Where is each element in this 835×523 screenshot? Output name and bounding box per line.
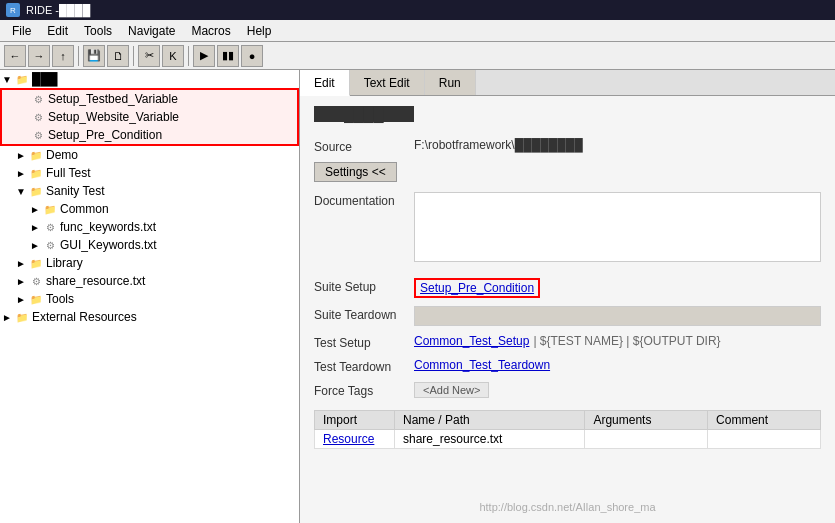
menu-edit[interactable]: Edit bbox=[39, 22, 76, 40]
precondition-label: Setup_Pre_Condition bbox=[48, 128, 162, 142]
import-namepath-0: share_resource.txt bbox=[395, 430, 585, 449]
tools-toggle[interactable]: ► bbox=[14, 292, 28, 306]
testbed-toggle[interactable] bbox=[16, 92, 30, 106]
suite-teardown-input[interactable] bbox=[414, 306, 821, 326]
import-comment-0 bbox=[708, 430, 821, 449]
test-setup-label: Test Setup bbox=[314, 334, 414, 350]
tree-item-setup-website[interactable]: ⚙ Setup_Website_Variable bbox=[2, 108, 297, 126]
root-icon: 📁 bbox=[14, 71, 30, 87]
test-teardown-label: Test Teardown bbox=[314, 358, 414, 374]
library-toggle[interactable]: ► bbox=[14, 256, 28, 270]
test-setup-value: Common_Test_Setup | ${TEST NAME} | ${OUT… bbox=[414, 334, 821, 348]
left-panel: ▼ 📁 ███ ⚙ Setup_Testbed_Variable ⚙ Setup… bbox=[0, 70, 300, 523]
website-icon: ⚙ bbox=[30, 109, 46, 125]
tree-item-share-resource[interactable]: ► ⚙ share_resource.txt bbox=[0, 272, 299, 290]
documentation-area[interactable] bbox=[414, 192, 821, 262]
tree-item-setup-testbed[interactable]: ⚙ Setup_Testbed_Variable bbox=[2, 90, 297, 108]
import-row: Import Name / Path Arguments Comment Res… bbox=[314, 406, 821, 449]
menu-tools[interactable]: Tools bbox=[76, 22, 120, 40]
menu-navigate[interactable]: Navigate bbox=[120, 22, 183, 40]
import-col-comment: Comment bbox=[708, 411, 821, 430]
tabs: Edit Text Edit Run bbox=[300, 70, 835, 96]
func-icon: ⚙ bbox=[42, 219, 58, 235]
highlighted-group: ⚙ Setup_Testbed_Variable ⚙ Setup_Website… bbox=[0, 88, 299, 146]
tree-item-library[interactable]: ► 📁 Library bbox=[0, 254, 299, 272]
tree-item-func-keywords[interactable]: ► ⚙ func_keywords.txt bbox=[0, 218, 299, 236]
app-icon: R bbox=[6, 3, 20, 17]
separator-2 bbox=[133, 46, 134, 66]
tab-run[interactable]: Run bbox=[425, 70, 476, 95]
test-setup-args: | ${TEST NAME} | ${OUTPUT DIR} bbox=[533, 334, 720, 348]
demo-toggle[interactable]: ► bbox=[14, 148, 28, 162]
share-label: share_resource.txt bbox=[46, 274, 145, 288]
main-layout: ▼ 📁 ███ ⚙ Setup_Testbed_Variable ⚙ Setup… bbox=[0, 70, 835, 523]
test-teardown-link[interactable]: Common_Test_Teardown bbox=[414, 358, 550, 372]
tools-label: Tools bbox=[46, 292, 74, 306]
pause-button[interactable]: ▮▮ bbox=[217, 45, 239, 67]
fulltest-toggle[interactable]: ► bbox=[14, 166, 28, 180]
up-button[interactable]: ↑ bbox=[52, 45, 74, 67]
title-bar: R RIDE - ████ bbox=[0, 0, 835, 20]
common-label: Common bbox=[60, 202, 109, 216]
save-button[interactable]: 💾 bbox=[83, 45, 105, 67]
gui-label: GUI_Keywords.txt bbox=[60, 238, 157, 252]
documentation-label: Documentation bbox=[314, 192, 414, 208]
separator-3 bbox=[188, 46, 189, 66]
tree-item-common[interactable]: ► 📁 Common bbox=[0, 200, 299, 218]
import-col-type: Import bbox=[315, 411, 395, 430]
common-toggle[interactable]: ► bbox=[28, 202, 42, 216]
test-setup-link[interactable]: Common_Test_Setup bbox=[414, 334, 529, 348]
precondition-toggle[interactable] bbox=[16, 128, 30, 142]
force-tags-row: Force Tags <Add New> bbox=[314, 382, 821, 398]
menu-bar: File Edit Tools Navigate Macros Help bbox=[0, 20, 835, 42]
force-tags-label: Force Tags bbox=[314, 382, 414, 398]
title-text: RIDE - bbox=[26, 4, 59, 16]
tree-root[interactable]: ▼ 📁 ███ bbox=[0, 70, 299, 88]
menu-macros[interactable]: Macros bbox=[183, 22, 238, 40]
forward-button[interactable]: → bbox=[28, 45, 50, 67]
suite-teardown-row: Suite Teardown bbox=[314, 306, 821, 326]
tab-textedit[interactable]: Text Edit bbox=[350, 70, 425, 95]
stop-button[interactable]: ● bbox=[241, 45, 263, 67]
import-type-0[interactable]: Resource bbox=[315, 430, 395, 449]
suite-setup-link[interactable]: Setup_Pre_Condition bbox=[420, 281, 534, 295]
tree-item-setup-precondition[interactable]: ⚙ Setup_Pre_Condition bbox=[2, 126, 297, 144]
cut-button[interactable]: ✂ bbox=[138, 45, 160, 67]
func-toggle[interactable]: ► bbox=[28, 220, 42, 234]
run-button[interactable]: ▶ bbox=[193, 45, 215, 67]
gui-icon: ⚙ bbox=[42, 237, 58, 253]
website-toggle[interactable] bbox=[16, 110, 30, 124]
sanitytest-toggle[interactable]: ▼ bbox=[14, 184, 28, 198]
demo-icon: 📁 bbox=[28, 147, 44, 163]
import-row-0: Resource share_resource.txt bbox=[315, 430, 821, 449]
tree-item-sanitytest[interactable]: ▼ 📁 Sanity Test bbox=[0, 182, 299, 200]
external-icon: 📁 bbox=[14, 309, 30, 325]
back-button[interactable]: ← bbox=[4, 45, 26, 67]
menu-file[interactable]: File bbox=[4, 22, 39, 40]
suite-setup-label: Suite Setup bbox=[314, 278, 414, 294]
testbed-icon: ⚙ bbox=[30, 91, 46, 107]
share-toggle[interactable]: ► bbox=[14, 274, 28, 288]
tree-item-gui-keywords[interactable]: ► ⚙ GUI_Keywords.txt bbox=[0, 236, 299, 254]
import-arguments-0 bbox=[585, 430, 708, 449]
settings-button[interactable]: Settings << bbox=[314, 162, 397, 182]
gui-toggle[interactable]: ► bbox=[28, 238, 42, 252]
k-button[interactable]: K bbox=[162, 45, 184, 67]
sanitytest-icon: 📁 bbox=[28, 183, 44, 199]
test-setup-row: Test Setup Common_Test_Setup | ${TEST NA… bbox=[314, 334, 821, 350]
tree-item-external[interactable]: ► 📁 External Resources bbox=[0, 308, 299, 326]
tree-item-demo[interactable]: ► 📁 Demo bbox=[0, 146, 299, 164]
tab-edit[interactable]: Edit bbox=[300, 70, 350, 96]
source-label: Source bbox=[314, 138, 414, 154]
tree-item-fulltest[interactable]: ► 📁 Full Test bbox=[0, 164, 299, 182]
suite-teardown-label: Suite Teardown bbox=[314, 306, 414, 322]
tree-item-tools[interactable]: ► 📁 Tools bbox=[0, 290, 299, 308]
import-table: Import Name / Path Arguments Comment Res… bbox=[314, 410, 821, 449]
menu-help[interactable]: Help bbox=[239, 22, 280, 40]
new-button[interactable]: 🗋 bbox=[107, 45, 129, 67]
external-toggle[interactable]: ► bbox=[0, 310, 14, 324]
add-new-button[interactable]: <Add New> bbox=[414, 382, 489, 398]
root-toggle[interactable]: ▼ bbox=[0, 72, 14, 86]
title-extra: ████ bbox=[59, 4, 90, 16]
separator-1 bbox=[78, 46, 79, 66]
